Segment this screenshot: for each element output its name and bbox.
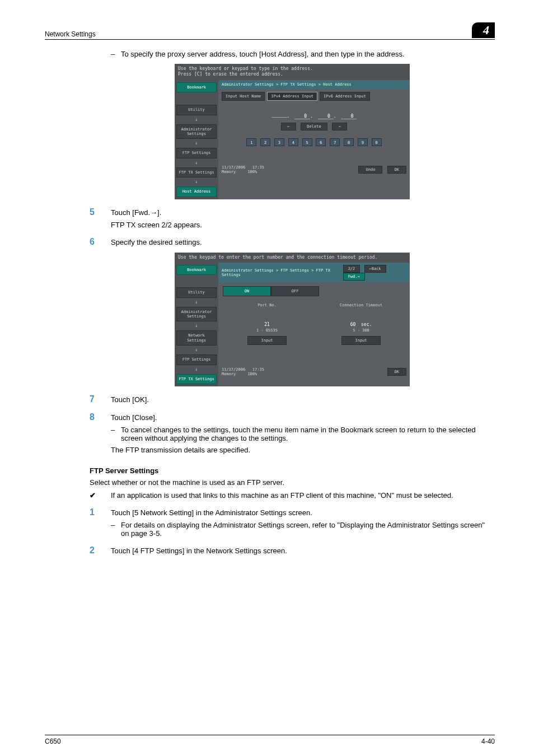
ip-address-field[interactable]: . 0. 0. 0 [218, 114, 410, 119]
ip-seg-3: 0 [318, 114, 334, 119]
status-date: 11/17/2006 [222, 165, 245, 170]
tab-ipv6-input[interactable]: IPv6 Address Input [320, 92, 370, 101]
status-mem-label: Memory [222, 372, 236, 376]
section-step-2: 2 Touch [4 FTP Settings] in the Network … [90, 545, 495, 556]
down-arrow-icon: ↓ [176, 367, 217, 372]
sidebar-ftp-tx[interactable]: FTP TX Settings [176, 167, 217, 178]
main-panel: Administrator Settings > FTP TX Settings… [218, 80, 410, 199]
tab-row: Input Host Name IPv4 Address Input IPv6 … [218, 89, 410, 104]
timeout-column: Connection Timeout 60 sec. 5 - 300 Input [317, 303, 405, 345]
sidebar: Bookmark Utility ↓ Administrator Setting… [175, 263, 218, 386]
status-mem-pct: 100% [247, 170, 257, 174]
key-1[interactable]: 1 [246, 138, 256, 146]
sidebar-utility[interactable]: Utility [176, 287, 217, 297]
status-time: 17:35 [252, 165, 264, 170]
fwd-button[interactable]: Fwd.→ [343, 273, 365, 281]
sidebar-admin-settings[interactable]: Administrator Settings [176, 307, 217, 322]
step-7-text: Touch [OK]. [111, 394, 495, 404]
instr-line2: Press [C] to erase the entered address. [178, 72, 406, 77]
down-arrow-icon: ↓ [176, 348, 217, 352]
off-button[interactable]: OFF [271, 286, 319, 296]
ip-seg-1 [271, 117, 287, 118]
step-6: 6 Specify the desired settings. [90, 237, 495, 247]
section-intro: Select whether or not the machine is use… [90, 478, 495, 487]
step-7: 7 Touch [OK]. [90, 394, 495, 404]
control-row: ← Delete → [218, 123, 410, 130]
timeout-input-button[interactable]: Input [341, 336, 381, 345]
header-left: Network Settings [45, 30, 96, 38]
key-4[interactable]: 4 [288, 138, 298, 146]
breadcrumb: Administrator Settings > FTP TX Settings… [218, 80, 410, 89]
sidebar: Bookmark Utility ↓ Administrator Setting… [175, 80, 218, 199]
tab-input-host-name[interactable]: Input Host Name [222, 92, 265, 101]
key-6[interactable]: 6 [316, 138, 326, 146]
key-0[interactable]: 0 [372, 138, 382, 146]
key-3[interactable]: 3 [274, 138, 284, 146]
settings-columns: Port No. 21 1 - 65535 Input Connection T… [218, 300, 410, 348]
ok-button[interactable]: OK [387, 166, 406, 174]
ip-seg-2: 0 [294, 114, 310, 119]
on-button[interactable]: ON [223, 286, 271, 296]
status-buttons: Undo OK [356, 166, 406, 174]
key-2[interactable]: 2 [260, 138, 270, 146]
back-button[interactable]: ←Back [364, 265, 386, 273]
sidebar-host-address[interactable]: Host Address [176, 186, 217, 197]
step-8-text: Touch [Close]. [111, 412, 495, 422]
status-left: 11/17/2006 17:35 Memory 100% [222, 367, 264, 376]
key-5[interactable]: 5 [302, 138, 312, 146]
bookmark-button[interactable]: Bookmark [176, 265, 217, 275]
timeout-value: 60 sec. [317, 322, 405, 327]
step-5-num: 5 [90, 207, 111, 217]
key-8[interactable]: 8 [344, 138, 354, 146]
section-title: FTP Server Settings [90, 466, 495, 475]
sidebar-ftp-settings[interactable]: FTP Settings [176, 148, 217, 158]
bookmark-button[interactable]: Bookmark [176, 82, 217, 92]
left-arrow-button[interactable]: ← [281, 123, 296, 130]
port-range: 1 - 65535 [223, 328, 311, 333]
sidebar-utility[interactable]: Utility [176, 105, 217, 115]
section-step-1-num: 1 [90, 507, 111, 517]
screenshot-ftp-tx-settings: Use the keypad to enter the port number … [175, 253, 410, 387]
sidebar-ftp-settings[interactable]: FTP Settings [176, 354, 217, 365]
step-7-num: 7 [90, 394, 111, 404]
key-9[interactable]: 9 [358, 138, 368, 146]
step-6-text: Specify the desired settings. [111, 237, 495, 246]
down-arrow-icon: ↓ [176, 118, 217, 122]
ok-button[interactable]: OK [387, 368, 406, 376]
timeout-header: Connection Timeout [317, 303, 405, 307]
step-8-sub-text: To cancel changes to the settings, touch… [121, 426, 495, 442]
sidebar-admin-settings[interactable]: Administrator Settings [176, 124, 217, 139]
section-step-1-text: Touch [5 Network Setting] in the Adminis… [111, 507, 495, 517]
pager: 2/2 ←Back Fwd.→ [341, 265, 406, 281]
port-column: Port No. 21 1 - 65535 Input [223, 303, 311, 345]
undo-button[interactable]: Undo [358, 166, 382, 174]
port-input-button[interactable]: Input [247, 336, 287, 345]
delete-button[interactable]: Delete [301, 123, 327, 130]
status-left: 11/17/2006 17:35 Memory 100% [222, 165, 264, 174]
right-arrow-button[interactable]: → [332, 123, 346, 130]
instr-line1: Use the keyboard or keypad to type in th… [178, 66, 406, 72]
port-value: 21 [223, 322, 311, 327]
step-8: 8 Touch [Close]. [90, 412, 495, 422]
screenshot-host-address: Use the keyboard or keypad to type in th… [175, 64, 410, 199]
section-step-1-sub-text: For details on displaying the Administra… [121, 521, 495, 538]
breadcrumb-text: Administrator Settings > FTP TX Settings… [222, 82, 352, 87]
step-8-num: 8 [90, 412, 111, 422]
section-step-1: 1 Touch [5 Network Setting] in the Admin… [90, 507, 495, 517]
page-header: Network Settings 4 [45, 22, 495, 40]
port-header: Port No. [223, 303, 311, 307]
key-7[interactable]: 7 [330, 138, 340, 146]
down-arrow-icon: ↓ [176, 300, 217, 305]
sidebar-network-settings[interactable]: Network Settings [176, 330, 217, 346]
tab-ipv4-input[interactable]: IPv4 Address Input [267, 92, 317, 101]
timeout-val-num: 60 [350, 322, 356, 327]
down-arrow-icon: ↓ [176, 161, 217, 165]
sidebar-ftp-tx[interactable]: FTP TX Settings [176, 374, 217, 384]
timeout-val-unit: sec. [361, 322, 372, 327]
intro-bullet-text: To specify the proxy server address, tou… [121, 50, 405, 58]
section-step-2-num: 2 [90, 545, 111, 556]
instr-line1: Use the keypad to enter the port number … [178, 255, 406, 260]
check-note: ✔ If an application is used that links t… [90, 491, 495, 500]
down-arrow-icon: ↓ [176, 180, 217, 184]
step-6-num: 6 [90, 237, 111, 247]
